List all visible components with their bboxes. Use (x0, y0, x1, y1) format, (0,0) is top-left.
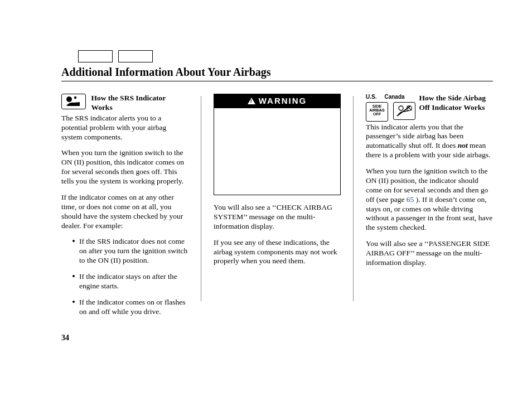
col3-p1: This indicator alerts you that the passe… (366, 123, 493, 161)
region-us-label: U.S. (366, 94, 376, 101)
side-airbag-heading: How the Side Airbag Off Indicator Works (419, 94, 486, 113)
srs-indicator-icon (61, 94, 86, 109)
col3-heading-row: U.S. Canada SIDEAIRBAGOFF (366, 94, 493, 122)
col1-p3: If the indicator comes on at any other t… (61, 193, 188, 231)
header-box-2 (118, 50, 153, 62)
col2-p1: You will also see a ‘‘CHECK AIRBAG SYSTE… (214, 203, 341, 231)
warning-triangle-icon (248, 98, 255, 104)
col3-p2: When you turn the ignition switch to the… (366, 167, 493, 233)
column-2: WARNING You will also see a ‘‘CHECK AIRB… (214, 94, 341, 323)
warning-box: WARNING (214, 94, 341, 195)
warning-bar: WARNING (214, 94, 340, 108)
canada-side-airbag-off-icon (393, 102, 415, 120)
svg-point-1 (74, 96, 76, 99)
manual-page: Additional Information About Your Airbag… (0, 0, 532, 359)
column-divider-2 (353, 96, 354, 301)
col1-bullets: If the SRS indicator does not come on af… (61, 237, 188, 316)
col1-bullet-1: If the SRS indicator does not come on af… (72, 237, 188, 265)
header-box-1 (78, 50, 113, 62)
header-box-row (78, 50, 493, 62)
not-emphasis: not (458, 141, 468, 149)
col1-bullet-2: If the indicator stays on after the engi… (72, 272, 188, 291)
col1-p1: The SRS indicator alerts you to a potent… (61, 114, 188, 142)
page-number: 34 (61, 334, 493, 342)
svg-point-0 (66, 96, 72, 102)
column-1: How the SRS Indicator Works The SRS indi… (61, 94, 188, 323)
col1-p2: When you turn the ignition switch to the… (61, 148, 188, 186)
col2-p2: If you see any of these indications, the… (214, 238, 341, 267)
col3-p3: You will also see a ‘‘PASSENGER SIDE AIR… (366, 239, 493, 268)
us-side-airbag-off-icon: SIDEAIRBAGOFF (366, 102, 388, 122)
col1-bullet-3: If the indicator comes on or flashes on … (72, 298, 188, 317)
content-columns: How the SRS Indicator Works The SRS indi… (61, 94, 493, 323)
srs-heading: How the SRS Indicator Works (91, 94, 188, 113)
region-canada-label: Canada (384, 94, 404, 101)
column-divider-1 (201, 96, 201, 301)
page-reference-link[interactable]: 65 (407, 195, 414, 204)
svg-point-2 (399, 106, 403, 110)
region-icons: U.S. Canada SIDEAIRBAGOFF (366, 94, 415, 122)
srs-heading-row: How the SRS Indicator Works (61, 94, 188, 113)
warning-label: WARNING (259, 96, 307, 107)
page-title: Additional Information About Your Airbag… (61, 66, 493, 81)
column-3: U.S. Canada SIDEAIRBAGOFF (366, 94, 493, 323)
